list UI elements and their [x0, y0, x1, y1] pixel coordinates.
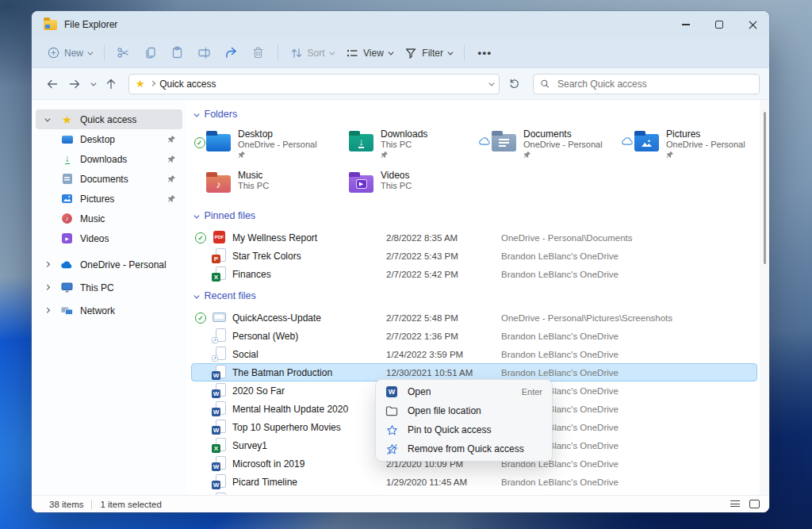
- sort-button[interactable]: Sort: [284, 43, 340, 63]
- file-location: OneDrive - Personal\Pictures\Screenshots: [501, 313, 756, 323]
- up-button[interactable]: [100, 73, 122, 95]
- vertical-scrollbar[interactable]: [760, 100, 769, 495]
- file-name: Mental Health Update 2020: [232, 404, 386, 415]
- delete-button[interactable]: [245, 41, 272, 65]
- share-button[interactable]: [218, 41, 245, 65]
- word-file-icon: W: [212, 420, 227, 435]
- new-button[interactable]: New: [41, 43, 98, 63]
- sidebar-item-label: Pictures: [80, 194, 114, 205]
- pin-icon: [238, 151, 317, 160]
- sidebar-item-pictures[interactable]: Pictures: [36, 189, 182, 209]
- section-header-pinned-files[interactable]: Pinned files: [194, 209, 758, 222]
- breadcrumb[interactable]: Quick access: [159, 79, 483, 90]
- minimize-button[interactable]: [669, 11, 703, 38]
- pictures-icon: [61, 193, 73, 205]
- sidebar-item-videos[interactable]: ▶ Videos: [36, 228, 182, 248]
- powerpoint-file-icon: P: [212, 248, 227, 263]
- section-header-recent-files[interactable]: Recent files: [194, 289, 758, 302]
- view-button[interactable]: View: [339, 43, 398, 63]
- search-box[interactable]: [533, 74, 760, 94]
- sidebar-item-desktop[interactable]: Desktop: [36, 129, 182, 149]
- menu-item-remove-from-quick-access[interactable]: Remove from Quick access: [379, 439, 549, 458]
- folder-tile-downloads[interactable]: ↓ Downloads This PC: [335, 127, 478, 162]
- file-name: Social: [232, 349, 386, 360]
- pin-icon: [167, 135, 176, 144]
- view-label: View: [363, 48, 384, 59]
- back-button[interactable]: [41, 73, 63, 95]
- menu-shortcut: Enter: [522, 387, 542, 397]
- rename-button[interactable]: [191, 41, 218, 65]
- paste-button[interactable]: [164, 41, 191, 65]
- up-arrow-icon: [105, 78, 117, 90]
- file-date: 2/7/2022 5:42 PM: [386, 270, 501, 279]
- large-icons-view-icon[interactable]: [749, 500, 760, 508]
- pin-icon: [167, 155, 176, 163]
- sidebar-item-downloads[interactable]: ↓ Downloads: [36, 149, 182, 169]
- sidebar-item-music[interactable]: ♪ Music: [36, 209, 182, 228]
- folder-tile-videos[interactable]: ▶ Videos This PC: [335, 168, 478, 203]
- copy-button[interactable]: [137, 41, 164, 65]
- back-arrow-icon: [46, 78, 59, 90]
- sidebar-item-quick-access[interactable]: ★ Quick access: [36, 109, 182, 129]
- address-dropdown-icon[interactable]: [488, 81, 493, 86]
- tile-name: Pictures: [666, 128, 745, 140]
- folder-tile-music[interactable]: ♪ Music This PC: [193, 168, 335, 203]
- chevron-right-icon: [44, 308, 49, 312]
- menu-item-label: Open file location: [408, 405, 481, 416]
- folder-tile-documents[interactable]: Documents OneDrive - Personal: [478, 127, 621, 162]
- filter-button[interactable]: Filter: [398, 43, 458, 63]
- cut-icon: [117, 46, 130, 59]
- cut-button[interactable]: [110, 41, 137, 65]
- close-button[interactable]: [736, 11, 769, 38]
- toolbar-separator: [464, 44, 465, 61]
- file-name: QuickAccess-Update: [232, 312, 386, 324]
- copy-icon: [144, 46, 157, 59]
- word-file-icon: W: [212, 456, 227, 471]
- sidebar-item-this-pc[interactable]: This PC: [36, 276, 182, 299]
- word-icon: W: [385, 385, 398, 398]
- star-icon: ★: [61, 113, 73, 125]
- file-row[interactable]: ✓ PDF My Wellness Report 2/8/2022 8:35 A…: [191, 228, 757, 247]
- file-location: Brandon LeBlanc's OneDrive: [501, 332, 756, 341]
- sidebar-item-network[interactable]: Network: [36, 299, 182, 322]
- rename-icon: [197, 46, 211, 59]
- desktop-icon: [61, 133, 73, 145]
- maximize-button[interactable]: [703, 11, 736, 38]
- scrollbar-thumb[interactable]: [764, 112, 766, 264]
- file-row[interactable]: ✓ QuickAccess-Update 2/7/2022 5:48 PM On…: [191, 309, 757, 327]
- file-row[interactable]: ↗ Social 1/24/2022 3:59 PM Brandon LeBla…: [191, 345, 757, 363]
- file-row[interactable]: W Picard Timeline 1/29/2020 11:45 AM Bra…: [191, 473, 757, 491]
- more-button[interactable]: •••: [470, 47, 500, 59]
- sidebar-item-label: Network: [80, 305, 115, 316]
- details-view-icon[interactable]: [730, 500, 740, 508]
- address-bar[interactable]: ★ Quick access: [128, 74, 500, 94]
- generic-file-icon: ↗: [212, 347, 227, 362]
- music-folder-icon: ♪: [206, 175, 231, 193]
- filter-icon: [404, 47, 417, 59]
- file-date: 1/29/2020 11:45 AM: [386, 477, 501, 487]
- sidebar-item-label: Quick access: [80, 114, 136, 125]
- forward-button[interactable]: [63, 73, 86, 95]
- menu-item-open[interactable]: W Open Enter: [379, 382, 549, 401]
- cloud-badge: [479, 137, 491, 145]
- sidebar-item-documents[interactable]: Documents: [36, 169, 182, 189]
- section-header-folders[interactable]: Folders: [194, 108, 758, 121]
- search-input[interactable]: [556, 78, 753, 90]
- refresh-button[interactable]: [503, 73, 525, 95]
- sidebar-item-onedrive[interactable]: OneDrive - Personal: [36, 253, 182, 276]
- history-dropdown-button[interactable]: [86, 73, 100, 95]
- file-location: Brandon LeBlanc's OneDrive: [501, 477, 756, 487]
- file-row[interactable]: P Star Trek Colors 2/7/2022 5:43 PM Bran…: [191, 247, 757, 265]
- menu-item-pin-to-quick-access[interactable]: Pin to Quick access: [379, 420, 549, 439]
- section-title: Recent files: [205, 290, 256, 301]
- folder-tiles: ✓ Desktop OneDrive - Personal ↓ Download…: [193, 127, 758, 203]
- menu-item-open-file-location[interactable]: Open file location: [379, 401, 549, 420]
- sidebar-item-label: Desktop: [80, 134, 115, 145]
- chevron-down-icon: [45, 117, 50, 121]
- file-row[interactable]: X Finances 2/7/2022 5:42 PM Brandon LeBl…: [191, 265, 757, 283]
- tile-location: This PC: [381, 181, 412, 191]
- file-row[interactable]: ↗ Personal (Web) 2/7/2022 1:36 PM Brando…: [191, 327, 757, 345]
- chevron-down-icon: [194, 293, 199, 297]
- folder-tile-pictures[interactable]: Pictures OneDrive - Personal: [621, 127, 764, 162]
- folder-tile-desktop[interactable]: ✓ Desktop OneDrive - Personal: [193, 127, 335, 162]
